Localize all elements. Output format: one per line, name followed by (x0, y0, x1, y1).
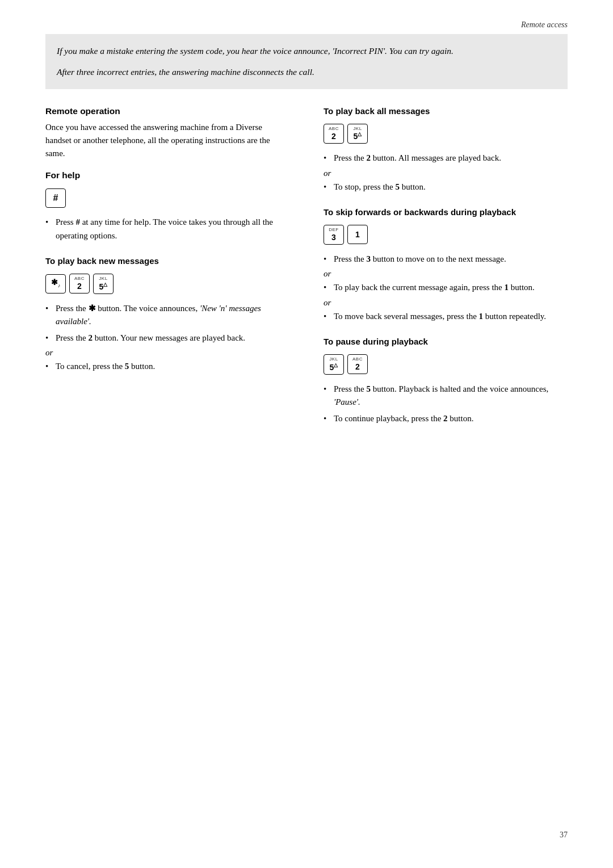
remote-operation-heading: Remote operation (45, 106, 289, 116)
or-text-1: or (45, 348, 289, 358)
pause-playback-heading: To pause during playback (324, 337, 568, 346)
two-key-button-pause: ABC 2 (347, 354, 368, 374)
star-key-button: ✱♪ (45, 274, 66, 293)
skip-forwards-section: To skip forwards or backwards during pla… (324, 207, 568, 323)
pause-playback-section: To pause during playback JKL 5△ ABC 2 Pr… (324, 337, 568, 426)
or-text-4: or (324, 298, 568, 308)
play-back-new-list-2: To cancel, press the 5 button. (45, 360, 289, 373)
shaded-para-2: After three incorrect entries, the answe… (57, 65, 556, 78)
for-help-section: For help # Press # at any time for help.… (45, 170, 289, 242)
play-back-all-bullet-2: To stop, press the 5 button. (324, 181, 568, 194)
skip-forwards-bullet-1: Press the 3 button to move on to the nex… (324, 253, 568, 266)
shaded-para-1: If you make a mistake entering the syste… (57, 44, 556, 57)
page-header: Remote access (521, 20, 568, 30)
pause-playback-bullet-2: To continue playback, press the 2 button… (324, 412, 568, 425)
main-layout: Remote operation Once you have accessed … (45, 106, 568, 436)
play-back-all-list-2: To stop, press the 5 button. (324, 181, 568, 194)
hash-bold: # (75, 217, 80, 227)
hash-key-button: # (45, 188, 66, 208)
five-key-button-all: JKL 5△ (347, 124, 368, 144)
skip-forwards-heading: To skip forwards or backwards during pla… (324, 207, 568, 217)
five-key-button-new: JKL 5△ (93, 274, 114, 294)
play-back-new-bullet-2: Press the 2 button. Your new messages ar… (45, 332, 289, 345)
two-key-button-new: ABC 2 (69, 274, 90, 293)
play-back-new-list: Press the ✱ button. The voice announces,… (45, 302, 289, 345)
pause-playback-list: Press the 5 button. Playback is halted a… (324, 383, 568, 426)
skip-forwards-button-row: DEF 3 1 (324, 225, 568, 245)
play-back-new-bullet-1: Press the ✱ button. The voice announces,… (45, 302, 289, 329)
play-back-new-heading: To play back new messages (45, 256, 289, 266)
play-back-all-button-row: ABC 2 JKL 5△ (324, 124, 568, 144)
play-back-all-section: To play back all messages ABC 2 JKL 5△ P… (324, 106, 568, 194)
or-text-2: or (324, 169, 568, 178)
for-help-bullet-1: Press # at any time for help. The voice … (45, 216, 289, 242)
skip-forwards-bullet-2: To play back the current message again, … (324, 281, 568, 294)
for-help-list: Press # at any time for help. The voice … (45, 216, 289, 242)
three-key-button: DEF 3 (324, 225, 344, 245)
skip-forwards-list-3: To move back several messages, press the… (324, 310, 568, 323)
skip-forwards-list: Press the 3 button to move on to the nex… (324, 253, 568, 266)
play-back-all-list: Press the 2 button. All messages are pla… (324, 152, 568, 165)
right-column: To play back all messages ABC 2 JKL 5△ P… (324, 106, 568, 436)
play-back-all-heading: To play back all messages (324, 106, 568, 116)
play-back-new-bullet-3: To cancel, press the 5 button. (45, 360, 289, 373)
two-key-button-all: ABC 2 (324, 124, 344, 144)
remote-operation-body: Once you have accessed the answering mac… (45, 121, 289, 161)
page-number: 37 (560, 831, 568, 840)
header-title: Remote access (521, 20, 568, 29)
or-text-3: or (324, 269, 568, 279)
for-help-heading: For help (45, 170, 289, 181)
left-column: Remote operation Once you have accessed … (45, 106, 289, 436)
shaded-info-box: If you make a mistake entering the syste… (45, 34, 568, 89)
one-key-button: 1 (347, 225, 368, 244)
pause-playback-bullet-1: Press the 5 button. Playback is halted a… (324, 383, 568, 409)
pause-playback-button-row: JKL 5△ ABC 2 (324, 354, 568, 375)
five-key-button-pause: JKL 5△ (324, 354, 344, 375)
for-help-button-row: # (45, 188, 289, 208)
play-back-new-button-row: ✱♪ ABC 2 JKL 5△ (45, 274, 289, 294)
remote-operation-section: Remote operation Once you have accessed … (45, 106, 289, 161)
play-back-all-bullet-1: Press the 2 button. All messages are pla… (324, 152, 568, 165)
play-back-new-section: To play back new messages ✱♪ ABC 2 JKL 5… (45, 256, 289, 374)
skip-forwards-bullet-3: To move back several messages, press the… (324, 310, 568, 323)
skip-forwards-list-2: To play back the current message again, … (324, 281, 568, 294)
